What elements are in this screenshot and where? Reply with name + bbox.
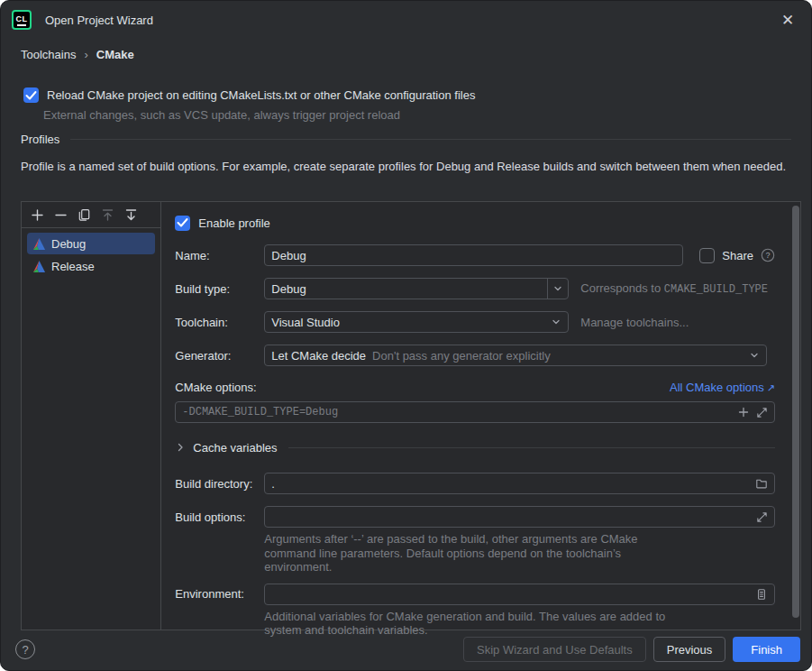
share-help-icon[interactable]: ? xyxy=(761,248,775,262)
generator-label: Generator: xyxy=(175,349,264,363)
expand-icon[interactable] xyxy=(756,407,768,418)
build-directory-input[interactable]: . xyxy=(264,473,775,494)
section-separator-line xyxy=(70,139,791,140)
svg-text:?: ? xyxy=(765,251,770,260)
profile-item-label: Release xyxy=(51,260,95,273)
title-bar: CL Open Project Wizard ✕ xyxy=(1,1,811,39)
external-link-icon: ↗ xyxy=(767,382,775,393)
toolchain-row: Toolchain: Visual Studio Manage toolchai… xyxy=(175,311,775,333)
build-options-label: Build options: xyxy=(175,510,264,524)
reload-cmake-hint: External changes, such as VCS update, al… xyxy=(43,108,400,122)
breadcrumb-toolchains[interactable]: Toolchains xyxy=(21,48,76,61)
profiles-section-header: Profiles xyxy=(21,133,791,146)
name-row: Name: Debug Share ? xyxy=(175,244,775,266)
section-separator-line xyxy=(288,447,775,448)
profile-list: Debug Release xyxy=(22,228,160,281)
enable-profile-row: Enable profile xyxy=(175,214,775,232)
build-type-row: Build type: Debug Corresponds to CMAKE_B… xyxy=(175,278,775,299)
profile-list-toolbar xyxy=(22,202,160,228)
all-cmake-options-link[interactable]: All CMake options↗ xyxy=(670,381,775,394)
build-options-row: Build options: xyxy=(175,506,775,528)
generator-select[interactable]: Let CMake decide Don't pass any generato… xyxy=(264,345,767,366)
build-options-input[interactable] xyxy=(264,506,775,528)
profile-form: Enable profile Name: Debug Share ? Build xyxy=(161,202,800,630)
add-profile-icon[interactable] xyxy=(30,207,44,222)
share-checkbox[interactable] xyxy=(699,248,715,263)
open-project-wizard-dialog: CL Open Project Wizard ✕ Toolchains › CM… xyxy=(0,0,812,671)
enable-profile-checkbox[interactable] xyxy=(175,216,190,231)
share-label: Share xyxy=(722,249,753,262)
build-directory-label: Build directory: xyxy=(175,477,264,491)
environment-row: Environment: xyxy=(175,584,775,605)
reload-cmake-checkbox[interactable] xyxy=(23,87,39,103)
generator-row: Generator: Let CMake decide Don't pass a… xyxy=(175,345,775,366)
profile-item-release[interactable]: Release xyxy=(27,255,155,277)
environment-input[interactable] xyxy=(264,584,775,605)
cache-variables-label: Cache variables xyxy=(193,441,277,455)
copy-profile-icon[interactable] xyxy=(77,207,91,222)
build-type-select[interactable]: Debug xyxy=(264,278,569,299)
profiles-panel: Debug Release Enable profile xyxy=(21,201,801,630)
footer-bar: ? Skip Wizard and Use Defaults Previous … xyxy=(1,629,811,670)
profile-item-label: Debug xyxy=(51,237,86,251)
remove-profile-icon[interactable] xyxy=(53,207,68,222)
generator-placeholder: Don't pass any generator explicitly xyxy=(372,349,749,363)
build-options-hint: Arguments after ‘--’ are passed to the b… xyxy=(264,532,689,574)
move-down-icon[interactable] xyxy=(123,207,138,222)
cmake-icon xyxy=(32,237,46,251)
cmake-options-header: CMake options: All CMake options↗ xyxy=(175,379,775,395)
chevron-down-icon xyxy=(551,317,561,327)
breadcrumb: Toolchains › CMake xyxy=(21,48,134,61)
variables-list-icon[interactable] xyxy=(755,588,768,601)
reload-cmake-label: Reload CMake project on editing CMakeLis… xyxy=(47,88,475,102)
build-type-hint: Corresponds to CMAKE_BUILD_TYPE xyxy=(580,281,768,296)
scrollbar-thumb[interactable] xyxy=(792,206,799,618)
finish-button[interactable]: Finish xyxy=(733,637,800,662)
cmake-options-input[interactable]: -DCMAKE_BUILD_TYPE=Debug xyxy=(175,401,775,423)
toolchain-label: Toolchain: xyxy=(175,316,264,329)
enable-profile-label: Enable profile xyxy=(198,216,270,230)
profiles-section-title: Profiles xyxy=(21,133,59,146)
cmake-icon xyxy=(32,260,46,273)
move-up-icon[interactable] xyxy=(100,207,114,222)
cache-variables-row[interactable]: Cache variables xyxy=(175,438,775,456)
folder-icon[interactable] xyxy=(755,477,768,490)
chevron-right-icon xyxy=(175,442,186,453)
profiles-description: Profile is a named set of build options.… xyxy=(21,159,793,175)
close-icon[interactable]: ✕ xyxy=(779,13,797,28)
skip-wizard-button[interactable]: Skip Wizard and Use Defaults xyxy=(463,637,646,662)
breadcrumb-separator-icon: › xyxy=(84,48,87,61)
previous-button[interactable]: Previous xyxy=(653,637,726,662)
help-icon[interactable]: ? xyxy=(15,639,35,659)
name-input[interactable]: Debug xyxy=(264,244,683,266)
chevron-down-icon[interactable] xyxy=(547,279,568,299)
profile-list-pane: Debug Release xyxy=(22,202,161,630)
profile-item-debug[interactable]: Debug xyxy=(27,233,155,254)
cmake-options-label: CMake options: xyxy=(175,381,256,394)
build-type-label: Build type: xyxy=(175,282,264,296)
add-option-icon[interactable] xyxy=(737,406,750,418)
toolchain-select[interactable]: Visual Studio xyxy=(264,311,569,333)
breadcrumb-cmake: CMake xyxy=(96,48,134,61)
share-wrap: Share ? xyxy=(699,248,775,263)
expand-icon[interactable] xyxy=(756,511,768,523)
clion-logo-icon: CL xyxy=(12,10,32,30)
reload-cmake-row: Reload CMake project on editing CMakeLis… xyxy=(23,87,475,103)
environment-label: Environment: xyxy=(175,587,264,601)
manage-toolchains-link[interactable]: Manage toolchains... xyxy=(580,316,689,329)
window-title: Open Project Wizard xyxy=(45,14,153,27)
name-label: Name: xyxy=(175,249,264,262)
chevron-down-icon xyxy=(749,350,760,361)
build-directory-row: Build directory: . xyxy=(175,473,775,494)
